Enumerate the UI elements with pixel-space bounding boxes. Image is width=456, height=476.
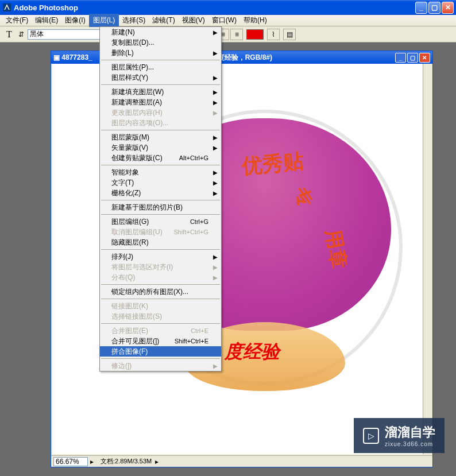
menu-item-lock-all[interactable]: 锁定组内的所有图层(X)... (100, 287, 221, 297)
document-icon: ▣ (53, 53, 60, 61)
menu-separator (101, 165, 220, 165)
menu-item-properties[interactable]: 图层属性(P)... (100, 62, 221, 72)
menu-separator (101, 299, 220, 299)
orientation-icon[interactable]: ⇵ (18, 30, 24, 38)
watermark-subtitle: zixue.3d66.com (385, 441, 435, 447)
status-bar: 66.67% ▸ 文档:2.89M/3.53M ▸ (51, 455, 432, 467)
menu-item-merge-visible[interactable]: 合并可见图层(])Shift+Ctrl+E (100, 336, 221, 346)
menubar: 文件(F) 编辑(E) 图像(I) 图层(L) 选择(S) 滤镜(T) 视图(V… (0, 15, 456, 26)
menu-separator (101, 358, 220, 359)
menu-item-style[interactable]: 图层样式(Y)▶ (100, 72, 221, 83)
warp-text-button[interactable]: ⌇ (267, 29, 280, 40)
menu-item-matting: 修边(])▶ (100, 361, 221, 371)
menu-item-delete[interactable]: 删除(L)▶ (100, 48, 221, 58)
menu-item-type[interactable]: 文字(T)▶ (100, 177, 221, 188)
font-family-value: 黑体 (30, 29, 44, 39)
menu-separator (101, 323, 220, 324)
menu-separator (101, 60, 220, 60)
menu-view[interactable]: 视图(V) (179, 14, 208, 26)
text-color-swatch[interactable] (246, 29, 264, 40)
status-arrow-icon[interactable]: ▸ (90, 458, 94, 466)
doc-minimize-button[interactable]: _ (395, 53, 406, 63)
align-right-button[interactable]: ≡ (230, 29, 243, 40)
window-buttons: _ ▢ ✕ (415, 2, 454, 14)
document-title: 4877283_ (61, 53, 92, 61)
seal-text: 优秀贴 (241, 147, 305, 180)
options-bar: T ⇵ 黑体 ▾ ▾ aₐ 锐利 ▾ ≡ ≡ ≡ ⌇ ▤ (0, 26, 456, 42)
menu-item-align: 将图层与选区对齐(I)▶ (100, 262, 221, 272)
menu-window[interactable]: 窗口(W) (208, 14, 240, 26)
menu-item-group[interactable]: 图层编组(G)Ctrl+G (100, 216, 221, 227)
menu-item-layer-mask[interactable]: 图层蒙版(M)▶ (100, 132, 221, 142)
menu-item-duplicate[interactable]: 复制图层(D)... (100, 37, 221, 48)
menu-item-distribute: 分布(Q)▶ (100, 272, 221, 282)
watermark: ▷ 溜溜自学 zixue.3d66.com (354, 418, 445, 453)
menu-separator (101, 284, 220, 285)
menu-separator (101, 130, 220, 130)
menu-item-new-slice[interactable]: 新建基于图层的切片(B) (100, 202, 221, 212)
text-tool-indicator[interactable]: T (3, 28, 15, 41)
menu-item-ungroup: 取消图层编组(U)Shift+Ctrl+G (100, 227, 221, 237)
menu-help[interactable]: 帮助(H) (240, 14, 270, 26)
maximize-button[interactable]: ▢ (428, 2, 440, 14)
minimize-button[interactable]: _ (415, 2, 427, 14)
menu-item-change-content: 更改图层内容(H)▶ (100, 107, 221, 118)
doc-close-button[interactable]: ✕ (419, 53, 430, 63)
doc-maximize-button[interactable]: ▢ (407, 53, 418, 63)
menu-item-new[interactable]: 新建(N)▶ (100, 27, 221, 37)
status-arrow-icon[interactable]: ▸ (155, 458, 159, 466)
layer-menu-popup: 新建(N)▶ 复制图层(D)... 删除(L)▶ 图层属性(P)... 图层样式… (99, 26, 222, 371)
menu-item-smart-object[interactable]: 智能对象▶ (100, 167, 221, 177)
vertical-scrollbar[interactable] (423, 64, 432, 454)
watermark-title: 溜溜自学 (385, 424, 435, 441)
menu-select[interactable]: 选择(S) (119, 14, 149, 26)
menu-item-new-fill[interactable]: 新建填充图层(W)▶ (100, 87, 221, 97)
app-title: Adobe Photoshop (14, 3, 78, 12)
menu-separator (101, 214, 220, 215)
document-status: 文档:2.89M/3.53M (101, 457, 152, 466)
menu-item-new-adjustment[interactable]: 新建调整图层(A)▶ (100, 97, 221, 107)
zoom-input[interactable]: 66.67% (53, 457, 88, 466)
menu-image[interactable]: 图像(I) (61, 14, 88, 26)
menu-item-select-linked: 选择链接图层(S) (100, 311, 221, 322)
menu-filter[interactable]: 滤镜(T) (149, 14, 178, 26)
menu-separator (101, 200, 220, 200)
watermark-logo-icon: ▷ (363, 428, 379, 444)
menu-item-flatten[interactable]: 拼合图像(F) (100, 346, 221, 357)
app-titlebar: Adobe Photoshop _ ▢ ✕ (0, 0, 456, 15)
menu-file[interactable]: 文件(F) (2, 14, 32, 26)
close-button[interactable]: ✕ (442, 2, 454, 14)
app-icon (2, 3, 11, 12)
menu-item-link: 链接图层(K) (100, 301, 221, 311)
menu-item-hide[interactable]: 隐藏图层(R) (100, 237, 221, 247)
menu-item-rasterize[interactable]: 栅格化(Z)▶ (100, 188, 221, 198)
menu-item-clipping-mask[interactable]: 创建剪贴蒙版(C)Alt+Ctrl+G (100, 153, 221, 163)
menu-edit[interactable]: 编辑(E) (32, 14, 61, 26)
palettes-button[interactable]: ▤ (283, 29, 296, 40)
menu-item-content-options: 图层内容选项(O)... (100, 118, 221, 128)
seal-bottom-text: 度经验 (225, 339, 280, 365)
menu-item-arrange[interactable]: 排列(J)▶ (100, 251, 221, 262)
menu-separator (101, 249, 220, 250)
menu-separator (101, 84, 220, 85)
menu-item-merge: 合并图层(E)Ctrl+E (100, 326, 221, 336)
menu-item-vector-mask[interactable]: 矢量蒙版(V)▶ (100, 142, 221, 153)
menu-layer[interactable]: 图层(L) (89, 14, 119, 27)
